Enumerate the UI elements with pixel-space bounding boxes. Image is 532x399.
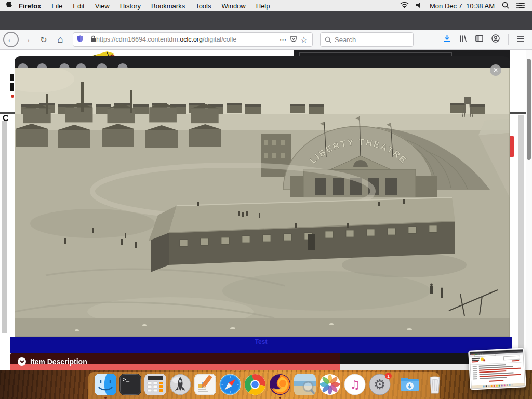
logo-text-fragment <box>10 74 14 81</box>
menu-history[interactable]: History <box>115 2 146 10</box>
svg-text:>_: >_ <box>123 377 130 383</box>
item-description-header[interactable]: Item Description <box>10 353 340 370</box>
svg-text:♫: ♫ <box>350 378 360 391</box>
dock-preview-icon[interactable] <box>294 374 316 395</box>
running-indicator-dot <box>279 397 281 399</box>
dock-terminal-icon[interactable]: >_ <box>119 374 141 395</box>
screen: Firefox FileEditViewHistoryBookmarksTool… <box>0 0 532 399</box>
mini-text-line <box>489 380 503 381</box>
dock-finder-icon[interactable] <box>95 374 116 395</box>
mini-text-line <box>472 361 478 362</box>
toolbar-separator <box>508 34 509 45</box>
url-text[interactable]: https://cdm16694.contentdm.oclc.org/digi… <box>96 36 278 43</box>
menu-clock[interactable]: Mon Dec 7 10:38 AM <box>430 2 495 10</box>
menu-help[interactable]: Help <box>251 2 275 10</box>
dock-firefox-icon[interactable] <box>269 374 291 395</box>
dock: >_♫⚙1 <box>88 372 440 399</box>
mini-text-line <box>472 360 479 361</box>
viewer-caption-bar: Test <box>10 337 512 353</box>
urlbar-separator <box>87 35 87 44</box>
logo-red-dot <box>11 95 14 98</box>
menu-bookmarks[interactable]: Bookmarks <box>146 2 190 10</box>
reload-button[interactable]: ↻ <box>35 35 52 45</box>
apple-menu-icon[interactable] <box>6 2 14 10</box>
dock-photos-icon[interactable] <box>319 374 341 395</box>
image-viewer-toolbar <box>15 56 510 69</box>
scrollbar-thumb[interactable] <box>527 59 531 160</box>
pocket-icon[interactable] <box>290 35 297 44</box>
account-icon[interactable] <box>491 34 500 45</box>
logo-text-fragment <box>10 83 14 91</box>
content-edge-strip <box>2 121 7 332</box>
mini-text-line <box>473 372 477 373</box>
mini-text-line <box>480 377 507 379</box>
home-button[interactable]: ⌂ <box>52 34 69 45</box>
menu-window[interactable]: Window <box>217 2 251 10</box>
mini-text-line <box>473 376 477 377</box>
mini-page <box>470 354 525 385</box>
search-placeholder: Search <box>335 36 356 44</box>
hamburger-menu-icon[interactable] <box>517 35 525 44</box>
mini-logo-dot <box>483 359 485 361</box>
dock-pages-icon[interactable] <box>194 374 216 395</box>
dock-calculator-icon[interactable] <box>144 374 166 395</box>
item-description-label: Item Description <box>30 357 87 366</box>
menu-file[interactable]: File <box>46 2 68 10</box>
dock-safari-icon[interactable] <box>219 374 241 395</box>
wifi-icon[interactable] <box>400 2 409 10</box>
menu-tools[interactable]: Tools <box>190 2 216 10</box>
side-action-button[interactable] <box>510 136 514 157</box>
back-button[interactable]: ← <box>3 32 19 47</box>
page-divider <box>510 112 526 114</box>
dock-separator <box>394 375 394 396</box>
mini-text-line <box>473 378 477 379</box>
close-overlay-button[interactable]: ✕ <box>490 64 501 76</box>
dock-trash-icon[interactable] <box>424 374 446 395</box>
dock-chrome-icon[interactable] <box>244 374 266 395</box>
spotlight-icon[interactable] <box>502 2 509 10</box>
running-indicator-dot <box>104 397 107 399</box>
forward-button[interactable]: → <box>19 35 35 44</box>
url-bar[interactable]: https://cdm16694.contentdm.oclc.org/digi… <box>73 32 313 47</box>
mini-text-line <box>473 374 477 375</box>
downloads-icon[interactable] <box>443 35 451 45</box>
page-actions-icon[interactable]: ⋯ <box>280 35 287 44</box>
content-edge-strip <box>518 115 524 360</box>
dock-launchpad-icon[interactable] <box>169 374 191 395</box>
photograph[interactable]: LIBERTY THEATRE WAR DEPT. <box>15 68 510 337</box>
bookmark-star-icon[interactable]: ☆ <box>300 35 308 45</box>
mini-text-line <box>473 368 477 369</box>
mini-text-line <box>473 370 477 371</box>
menu-edit[interactable]: Edit <box>68 2 89 10</box>
sidebar-icon[interactable] <box>475 35 483 44</box>
library-icon[interactable] <box>459 35 467 45</box>
firefox-tab-bar <box>0 11 532 30</box>
macos-menu-bar: Firefox FileEditViewHistoryBookmarksTool… <box>0 0 532 11</box>
volume-icon[interactable] <box>416 2 422 10</box>
chevron-down-icon <box>18 357 26 366</box>
mini-text-line <box>472 358 480 359</box>
notification-badge: 1 <box>385 373 392 379</box>
control-center-icon[interactable] <box>516 2 525 10</box>
dock-music-icon[interactable]: ♫ <box>344 374 366 395</box>
tracking-shield-icon[interactable] <box>76 35 84 45</box>
firefox-nav-toolbar: ← → ↻ ⌂ https://cdm16694.contentdm.oclc.… <box>0 30 532 50</box>
screenshot-preview-window[interactable] <box>468 348 526 390</box>
mini-text-line <box>512 360 519 361</box>
svg-text:⚙: ⚙ <box>374 377 385 392</box>
mini-text-line <box>473 366 477 367</box>
viewer-caption: Test <box>255 337 268 345</box>
screenshot-preview-content <box>469 349 525 389</box>
search-icon <box>325 36 331 43</box>
search-field[interactable]: Search <box>320 32 414 47</box>
dock-downloads-icon[interactable] <box>399 374 421 395</box>
menu-view[interactable]: View <box>90 2 115 10</box>
lock-icon[interactable] <box>90 35 96 44</box>
menu-firefox[interactable]: Firefox <box>14 2 46 10</box>
